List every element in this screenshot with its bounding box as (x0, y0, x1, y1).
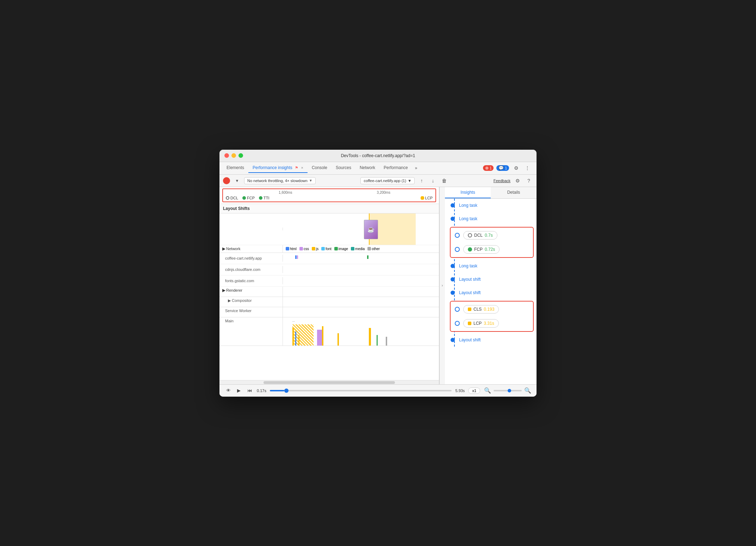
traffic-lights (224, 153, 243, 158)
main-bar-3 (298, 335, 299, 346)
feedback-button[interactable]: Feedback (494, 179, 510, 183)
tab-performance[interactable]: Performance (379, 163, 412, 173)
time-end-display: 5.93s (455, 389, 465, 393)
zoom-thumb[interactable] (508, 389, 511, 392)
tab-close-icon[interactable]: × (301, 166, 303, 170)
lcp-thumbnail: ☕ (364, 220, 378, 239)
insight-layout-shift-3[interactable]: Layout shift (445, 333, 537, 347)
insight-layout-shift-2[interactable]: Layout shift (445, 286, 537, 299)
service-worker-row: Service Worker (219, 307, 439, 317)
dcl-label: DCL (230, 196, 238, 200)
tab-sources[interactable]: Sources (331, 163, 355, 173)
metrics-bar: 1,600ms 3,200ms DCL FCP (219, 187, 439, 204)
tab-insights[interactable]: Insights (445, 187, 491, 198)
main-bar-6 (337, 333, 339, 346)
scrubber-thumb[interactable] (284, 389, 289, 393)
timeline-scrubber[interactable] (270, 390, 452, 391)
insight-layout-shift-1[interactable]: Layout shift (445, 273, 537, 286)
message-badge: 💬 1 (496, 165, 509, 171)
tti-marker: TTI (259, 196, 269, 200)
insight-long-task-2[interactable]: Long task (445, 212, 537, 225)
zoom-out-icon[interactable]: 🔍 (484, 387, 491, 395)
tab-more-button[interactable]: » (412, 164, 420, 172)
speed-button[interactable]: x1 (468, 387, 480, 394)
layout-shift-link-3[interactable]: Layout shift (459, 337, 481, 342)
network-row-2: cdnjs.cloudflare.com (219, 264, 439, 275)
image-bar (367, 255, 368, 259)
tab-bar: Elements Performance insights ⚑ × Consol… (219, 162, 537, 175)
scroll-thumb[interactable] (264, 381, 395, 384)
tab-console[interactable]: Console (308, 163, 331, 173)
record-button[interactable] (223, 177, 230, 184)
legend-font: font (321, 247, 331, 251)
tab-performance-insights[interactable]: Performance insights ⚑ × (248, 163, 308, 173)
layout-shift-link-1[interactable]: Layout shift (459, 277, 481, 282)
zoom-scrubber[interactable] (494, 390, 522, 391)
lcp-dot-icon (455, 321, 460, 326)
time-start-display: 0.17s (257, 389, 266, 393)
legend-css: css (299, 247, 309, 251)
network-header-row: ▶ Network html css (219, 245, 439, 253)
fcp-dot-icon (242, 196, 246, 200)
delete-icon[interactable]: 🗑 (440, 176, 448, 185)
fcp-dot-icon (455, 247, 460, 252)
service-worker-content (283, 307, 439, 317)
settings-icon[interactable]: ⚙ (512, 164, 520, 172)
main-label: Main (219, 317, 283, 346)
skip-to-start-button[interactable]: ⏮ (246, 387, 253, 395)
js-color-icon (312, 247, 315, 250)
more-options-icon[interactable]: ⋮ (523, 164, 532, 172)
zoom-in-icon[interactable]: 🔍 (524, 387, 532, 395)
tab-elements[interactable]: Elements (222, 163, 248, 173)
maximize-button[interactable] (238, 153, 243, 158)
download-icon[interactable]: ↓ (429, 176, 437, 185)
tab-details[interactable]: Details (491, 187, 537, 198)
metrics-markers: DCL FCP TTI LCP (226, 196, 433, 200)
upload-icon[interactable]: ↑ (417, 176, 426, 185)
insight-fcp: FCP 0.72s (451, 242, 532, 256)
long-task-link-2[interactable]: Long task (459, 216, 477, 221)
minimize-button[interactable] (231, 153, 236, 158)
compositor-row: ▶ Compositor (219, 297, 439, 307)
devtools-window: DevTools - coffee-cart.netlify.app/?ad=1… (219, 150, 537, 397)
insight-dcl: DCL 0.7s (451, 228, 532, 242)
play-button[interactable]: ▶ (235, 387, 243, 395)
main-bar-8 (377, 335, 378, 346)
host-2-label: cdnjs.cloudflare.com (219, 266, 283, 273)
main-bar-9 (386, 337, 387, 346)
panel-toggle-button[interactable]: › (439, 187, 445, 384)
dot-1 (451, 203, 455, 207)
other-color-icon (367, 247, 371, 250)
tab-network[interactable]: Network (355, 163, 379, 173)
insight-long-task-1[interactable]: Long task (445, 199, 537, 212)
legend-image: image (334, 247, 348, 251)
host-1-content (283, 253, 439, 264)
throttling-dropdown[interactable]: No network throttling, 4× slowdown ▼ (244, 177, 316, 184)
eye-icon[interactable]: 👁 (224, 387, 232, 395)
long-task-link-1[interactable]: Long task (459, 203, 477, 208)
main-bar-1 (292, 328, 294, 346)
fcp-metric: FCP 0.72s (463, 245, 500, 254)
long-task-link-3[interactable]: Long task (459, 263, 477, 268)
lcp-marker: LCP (421, 196, 433, 200)
settings-gear-icon[interactable]: ⚙ (513, 176, 522, 185)
compositor-content (283, 297, 439, 307)
layout-shift-link-2[interactable]: Layout shift (459, 290, 481, 295)
insight-long-task-3[interactable]: Long task (445, 259, 537, 273)
main-bar-7 (369, 328, 371, 346)
insight-cls: CLS 0.193 (451, 302, 532, 316)
horizontal-scrollbar[interactable] (219, 380, 439, 384)
dot-4 (451, 277, 455, 281)
close-button[interactable] (224, 153, 229, 158)
insights-body: Long task Long task (445, 199, 537, 384)
lcp-metric-icon (468, 322, 471, 325)
cls-lcp-highlight: CLS 0.193 LCP 3.31s (450, 301, 534, 332)
main-content: 1,600ms 3,200ms DCL FCP (219, 187, 537, 384)
media-color-icon (351, 247, 354, 250)
help-icon[interactable]: ? (525, 176, 533, 185)
lcp-dot-icon (421, 196, 424, 200)
dropdown-arrow-icon[interactable]: ▼ (233, 176, 241, 185)
css-color-icon (299, 247, 303, 250)
host-2-content (283, 264, 439, 275)
url-selector[interactable]: coffee-cart.netlify.app (1) ▼ (360, 177, 415, 184)
